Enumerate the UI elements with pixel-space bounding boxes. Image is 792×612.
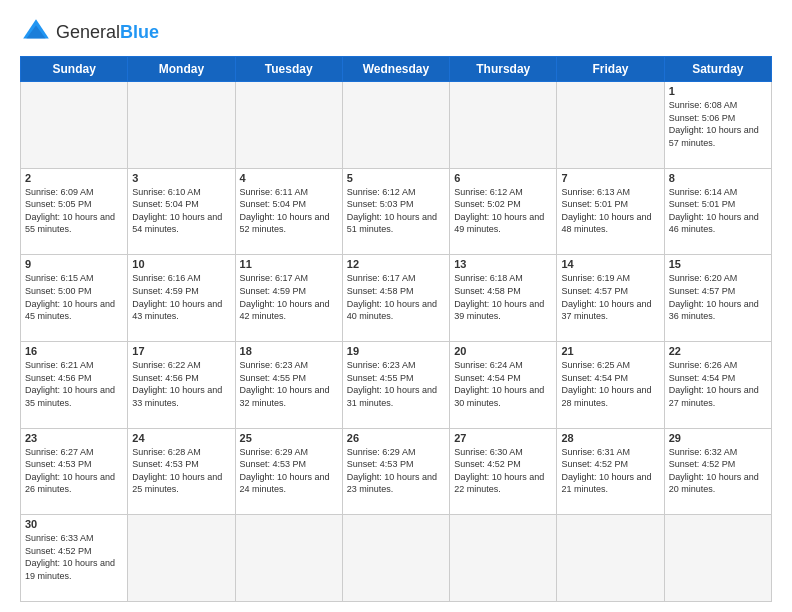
day-number: 4 bbox=[240, 172, 338, 184]
day-info: Sunrise: 6:21 AM Sunset: 4:56 PM Dayligh… bbox=[25, 359, 123, 409]
weekday-wednesday: Wednesday bbox=[342, 57, 449, 82]
day-cell: 12Sunrise: 6:17 AM Sunset: 4:58 PM Dayli… bbox=[342, 255, 449, 342]
day-cell: 11Sunrise: 6:17 AM Sunset: 4:59 PM Dayli… bbox=[235, 255, 342, 342]
day-cell bbox=[128, 515, 235, 602]
day-number: 1 bbox=[669, 85, 767, 97]
day-cell bbox=[342, 82, 449, 169]
day-number: 13 bbox=[454, 258, 552, 270]
day-cell: 9Sunrise: 6:15 AM Sunset: 5:00 PM Daylig… bbox=[21, 255, 128, 342]
day-info: Sunrise: 6:25 AM Sunset: 4:54 PM Dayligh… bbox=[561, 359, 659, 409]
day-cell: 30Sunrise: 6:33 AM Sunset: 4:52 PM Dayli… bbox=[21, 515, 128, 602]
day-cell bbox=[21, 82, 128, 169]
calendar-page: GeneralBlue SundayMondayTuesdayWednesday… bbox=[0, 0, 792, 612]
day-info: Sunrise: 6:22 AM Sunset: 4:56 PM Dayligh… bbox=[132, 359, 230, 409]
day-cell bbox=[235, 515, 342, 602]
day-info: Sunrise: 6:26 AM Sunset: 4:54 PM Dayligh… bbox=[669, 359, 767, 409]
day-info: Sunrise: 6:10 AM Sunset: 5:04 PM Dayligh… bbox=[132, 186, 230, 236]
day-cell: 13Sunrise: 6:18 AM Sunset: 4:58 PM Dayli… bbox=[450, 255, 557, 342]
weekday-header-row: SundayMondayTuesdayWednesdayThursdayFrid… bbox=[21, 57, 772, 82]
day-info: Sunrise: 6:30 AM Sunset: 4:52 PM Dayligh… bbox=[454, 446, 552, 496]
day-cell bbox=[342, 515, 449, 602]
day-number: 26 bbox=[347, 432, 445, 444]
weekday-monday: Monday bbox=[128, 57, 235, 82]
header: GeneralBlue bbox=[20, 16, 772, 48]
weekday-saturday: Saturday bbox=[664, 57, 771, 82]
day-info: Sunrise: 6:08 AM Sunset: 5:06 PM Dayligh… bbox=[669, 99, 767, 149]
day-cell bbox=[235, 82, 342, 169]
day-cell: 24Sunrise: 6:28 AM Sunset: 4:53 PM Dayli… bbox=[128, 428, 235, 515]
day-cell bbox=[557, 82, 664, 169]
day-info: Sunrise: 6:13 AM Sunset: 5:01 PM Dayligh… bbox=[561, 186, 659, 236]
day-number: 8 bbox=[669, 172, 767, 184]
day-info: Sunrise: 6:29 AM Sunset: 4:53 PM Dayligh… bbox=[240, 446, 338, 496]
day-number: 29 bbox=[669, 432, 767, 444]
day-cell: 16Sunrise: 6:21 AM Sunset: 4:56 PM Dayli… bbox=[21, 341, 128, 428]
calendar-body: 1Sunrise: 6:08 AM Sunset: 5:06 PM Daylig… bbox=[21, 82, 772, 602]
day-info: Sunrise: 6:12 AM Sunset: 5:03 PM Dayligh… bbox=[347, 186, 445, 236]
day-number: 19 bbox=[347, 345, 445, 357]
day-cell bbox=[664, 515, 771, 602]
weekday-sunday: Sunday bbox=[21, 57, 128, 82]
day-number: 6 bbox=[454, 172, 552, 184]
day-info: Sunrise: 6:32 AM Sunset: 4:52 PM Dayligh… bbox=[669, 446, 767, 496]
day-number: 10 bbox=[132, 258, 230, 270]
day-info: Sunrise: 6:18 AM Sunset: 4:58 PM Dayligh… bbox=[454, 272, 552, 322]
week-row-2: 2Sunrise: 6:09 AM Sunset: 5:05 PM Daylig… bbox=[21, 168, 772, 255]
day-cell: 29Sunrise: 6:32 AM Sunset: 4:52 PM Dayli… bbox=[664, 428, 771, 515]
week-row-4: 16Sunrise: 6:21 AM Sunset: 4:56 PM Dayli… bbox=[21, 341, 772, 428]
day-cell: 25Sunrise: 6:29 AM Sunset: 4:53 PM Dayli… bbox=[235, 428, 342, 515]
day-info: Sunrise: 6:16 AM Sunset: 4:59 PM Dayligh… bbox=[132, 272, 230, 322]
day-cell: 23Sunrise: 6:27 AM Sunset: 4:53 PM Dayli… bbox=[21, 428, 128, 515]
day-number: 12 bbox=[347, 258, 445, 270]
day-cell: 22Sunrise: 6:26 AM Sunset: 4:54 PM Dayli… bbox=[664, 341, 771, 428]
day-cell: 19Sunrise: 6:23 AM Sunset: 4:55 PM Dayli… bbox=[342, 341, 449, 428]
day-cell: 1Sunrise: 6:08 AM Sunset: 5:06 PM Daylig… bbox=[664, 82, 771, 169]
day-cell: 28Sunrise: 6:31 AM Sunset: 4:52 PM Dayli… bbox=[557, 428, 664, 515]
day-info: Sunrise: 6:23 AM Sunset: 4:55 PM Dayligh… bbox=[347, 359, 445, 409]
logo-icon bbox=[20, 16, 52, 48]
calendar-table: SundayMondayTuesdayWednesdayThursdayFrid… bbox=[20, 56, 772, 602]
day-cell bbox=[450, 82, 557, 169]
day-info: Sunrise: 6:17 AM Sunset: 4:58 PM Dayligh… bbox=[347, 272, 445, 322]
day-number: 20 bbox=[454, 345, 552, 357]
week-row-1: 1Sunrise: 6:08 AM Sunset: 5:06 PM Daylig… bbox=[21, 82, 772, 169]
day-cell: 18Sunrise: 6:23 AM Sunset: 4:55 PM Dayli… bbox=[235, 341, 342, 428]
day-number: 2 bbox=[25, 172, 123, 184]
day-cell: 8Sunrise: 6:14 AM Sunset: 5:01 PM Daylig… bbox=[664, 168, 771, 255]
week-row-5: 23Sunrise: 6:27 AM Sunset: 4:53 PM Dayli… bbox=[21, 428, 772, 515]
weekday-friday: Friday bbox=[557, 57, 664, 82]
day-info: Sunrise: 6:11 AM Sunset: 5:04 PM Dayligh… bbox=[240, 186, 338, 236]
day-info: Sunrise: 6:19 AM Sunset: 4:57 PM Dayligh… bbox=[561, 272, 659, 322]
day-cell bbox=[557, 515, 664, 602]
logo-text: GeneralBlue bbox=[56, 22, 159, 43]
day-info: Sunrise: 6:15 AM Sunset: 5:00 PM Dayligh… bbox=[25, 272, 123, 322]
day-number: 23 bbox=[25, 432, 123, 444]
day-number: 7 bbox=[561, 172, 659, 184]
day-cell: 10Sunrise: 6:16 AM Sunset: 4:59 PM Dayli… bbox=[128, 255, 235, 342]
day-info: Sunrise: 6:24 AM Sunset: 4:54 PM Dayligh… bbox=[454, 359, 552, 409]
day-number: 21 bbox=[561, 345, 659, 357]
day-number: 30 bbox=[25, 518, 123, 530]
day-cell: 17Sunrise: 6:22 AM Sunset: 4:56 PM Dayli… bbox=[128, 341, 235, 428]
day-number: 24 bbox=[132, 432, 230, 444]
day-info: Sunrise: 6:12 AM Sunset: 5:02 PM Dayligh… bbox=[454, 186, 552, 236]
day-cell: 5Sunrise: 6:12 AM Sunset: 5:03 PM Daylig… bbox=[342, 168, 449, 255]
day-cell: 15Sunrise: 6:20 AM Sunset: 4:57 PM Dayli… bbox=[664, 255, 771, 342]
weekday-thursday: Thursday bbox=[450, 57, 557, 82]
weekday-tuesday: Tuesday bbox=[235, 57, 342, 82]
day-cell: 14Sunrise: 6:19 AM Sunset: 4:57 PM Dayli… bbox=[557, 255, 664, 342]
day-cell: 6Sunrise: 6:12 AM Sunset: 5:02 PM Daylig… bbox=[450, 168, 557, 255]
day-info: Sunrise: 6:28 AM Sunset: 4:53 PM Dayligh… bbox=[132, 446, 230, 496]
day-number: 17 bbox=[132, 345, 230, 357]
day-number: 22 bbox=[669, 345, 767, 357]
day-cell: 7Sunrise: 6:13 AM Sunset: 5:01 PM Daylig… bbox=[557, 168, 664, 255]
day-info: Sunrise: 6:29 AM Sunset: 4:53 PM Dayligh… bbox=[347, 446, 445, 496]
day-cell: 4Sunrise: 6:11 AM Sunset: 5:04 PM Daylig… bbox=[235, 168, 342, 255]
day-number: 16 bbox=[25, 345, 123, 357]
day-number: 25 bbox=[240, 432, 338, 444]
week-row-3: 9Sunrise: 6:15 AM Sunset: 5:00 PM Daylig… bbox=[21, 255, 772, 342]
day-number: 27 bbox=[454, 432, 552, 444]
day-info: Sunrise: 6:31 AM Sunset: 4:52 PM Dayligh… bbox=[561, 446, 659, 496]
day-cell: 3Sunrise: 6:10 AM Sunset: 5:04 PM Daylig… bbox=[128, 168, 235, 255]
logo: GeneralBlue bbox=[20, 16, 159, 48]
